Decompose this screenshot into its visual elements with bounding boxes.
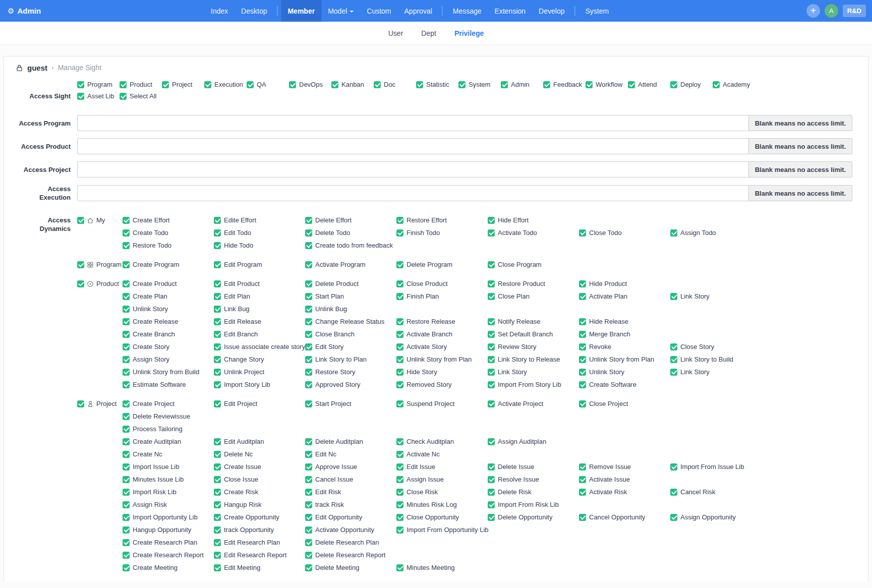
checkbox-checked[interactable] (305, 217, 312, 224)
nav-item-member[interactable]: Member (281, 0, 321, 22)
privilege-option-track-opportunity[interactable]: track Opportunity (214, 526, 305, 534)
checkbox-checked[interactable] (579, 318, 586, 325)
checkbox-checked[interactable] (214, 242, 221, 249)
privilege-option-activate-plan[interactable]: Activate Plan (579, 292, 670, 300)
privilege-option-start-project[interactable]: Start Project (305, 400, 396, 407)
privilege-option-assign-issue[interactable]: Assign Issue (396, 476, 488, 483)
checkbox-checked[interactable] (396, 501, 403, 508)
access-project-input[interactable] (77, 161, 749, 178)
checkbox-checked[interactable] (305, 552, 312, 559)
checkbox-checked[interactable] (396, 261, 403, 268)
checkbox-checked[interactable] (670, 343, 677, 350)
add-button[interactable]: + (806, 4, 820, 18)
privilege-option-close-branch[interactable]: Close Branch (305, 330, 396, 338)
privilege-option-import-story-lib[interactable]: Import Story Lib (214, 381, 305, 388)
checkbox-checked[interactable] (77, 217, 84, 224)
privilege-option-finish-plan[interactable]: Finish Plan (396, 292, 488, 300)
checkbox-checked[interactable] (204, 81, 211, 88)
privilege-option-hide-effort[interactable]: Hide Effort (488, 216, 579, 224)
privilege-option-assign-risk[interactable]: Assign Risk (123, 501, 214, 508)
checkbox-checked[interactable] (458, 81, 466, 88)
checkbox-checked[interactable] (396, 331, 403, 338)
privilege-option-hangup-risk[interactable]: Hangup Risk (214, 501, 305, 508)
checkbox-checked[interactable] (488, 489, 495, 496)
tab-dept[interactable]: Dept (421, 29, 436, 37)
checkbox-checked[interactable] (488, 476, 495, 483)
privilege-option-edit-meeting[interactable]: Edit Meeting (214, 564, 305, 571)
privilege-option-activate-todo[interactable]: Activate Todo (488, 229, 579, 237)
checkbox-checked[interactable] (305, 463, 312, 471)
checkbox-checked[interactable] (488, 400, 495, 407)
privilege-option-create-project[interactable]: Create Project (123, 400, 214, 407)
group-toggle-program[interactable]: Program (77, 258, 123, 271)
checkbox-checked[interactable] (123, 552, 130, 559)
privilege-option-edite-effort[interactable]: Edite Effort (214, 216, 305, 224)
privilege-option-create-auditplan[interactable]: Create Auditplan (123, 438, 214, 445)
checkbox-checked[interactable] (396, 438, 403, 445)
privilege-option-delete-risk[interactable]: Delete Risk (488, 488, 579, 496)
checkbox-checked[interactable] (123, 514, 130, 521)
privilege-option-activate-project[interactable]: Activate Project (488, 400, 579, 407)
checkbox-checked[interactable] (123, 426, 130, 433)
privilege-option-activate-risk[interactable]: Activate Risk (579, 488, 670, 496)
privilege-option-edit-project[interactable]: Edit Project (214, 400, 305, 407)
checkbox-checked[interactable] (214, 343, 221, 350)
checkbox-checked[interactable] (396, 451, 403, 458)
checkbox-checked[interactable] (214, 280, 221, 287)
checkbox-checked[interactable] (214, 261, 221, 268)
privilege-option-estimate-software[interactable]: Estimate Software (123, 381, 214, 388)
admin-brand[interactable]: ⚙ Admin (0, 0, 48, 22)
privilege-option-issue-associate-create-story[interactable]: Issue associate create story (214, 343, 305, 350)
checkbox-checked[interactable] (670, 463, 677, 471)
checkbox-checked[interactable] (77, 93, 84, 100)
privilege-option-edit-todo[interactable]: Edit Todo (214, 229, 305, 237)
checkbox-checked[interactable] (305, 400, 312, 407)
checkbox-checked[interactable] (331, 81, 338, 88)
sight-option-workflow[interactable]: Workflow (586, 81, 628, 88)
privilege-option-activate-nc[interactable]: Activate Nc (396, 450, 488, 458)
checkbox-checked[interactable] (488, 356, 495, 363)
checkbox-checked[interactable] (396, 356, 403, 363)
privilege-option-activate-opportunity[interactable]: Activate Opportunity (305, 526, 396, 534)
checkbox-checked[interactable] (396, 343, 403, 350)
privilege-option-close-risk[interactable]: Close Risk (396, 488, 488, 496)
checkbox-checked[interactable] (670, 356, 677, 363)
checkbox-checked[interactable] (488, 369, 495, 376)
checkbox-checked[interactable] (123, 331, 130, 338)
privilege-option-delete-reviewissue[interactable]: Delete Reviewissue (123, 413, 214, 420)
privilege-option-close-program[interactable]: Close Program (488, 261, 579, 268)
privilege-option-delete-research-plan[interactable]: Delete Research Plan (305, 539, 396, 546)
checkbox-checked[interactable] (396, 280, 403, 287)
tab-privilege[interactable]: Privilege (454, 29, 484, 37)
checkbox-checked[interactable] (123, 501, 130, 508)
checkbox-checked[interactable] (214, 501, 221, 508)
privilege-option-edit-product[interactable]: Edit Product (214, 280, 305, 287)
privilege-option-delete-todo[interactable]: Delete Todo (305, 229, 396, 237)
privilege-option-unlink-story-from-plan[interactable]: Unlink Story from Plan (579, 356, 670, 363)
privilege-option-delete-research-report[interactable]: Delete Research Report (305, 551, 396, 559)
checkbox-checked[interactable] (214, 539, 221, 546)
checkbox-checked[interactable] (123, 306, 130, 313)
checkbox-checked[interactable] (396, 369, 403, 376)
checkbox-checked[interactable] (488, 438, 495, 445)
privilege-option-edit-risk[interactable]: Edit Risk (305, 488, 396, 496)
checkbox-checked[interactable] (214, 552, 221, 559)
nav-item-approval[interactable]: Approval (398, 0, 439, 22)
privilege-option-restore-story[interactable]: Restore Story (305, 368, 396, 376)
privilege-option-close-project[interactable]: Close Project (579, 400, 670, 407)
privilege-option-edit-auditplan[interactable]: Edit Auditplan (214, 438, 305, 445)
privilege-option-unlink-story-from-plan[interactable]: Unlink Story from Plan (396, 356, 488, 363)
checkbox-checked[interactable] (488, 318, 495, 325)
sight-option-project[interactable]: Project (162, 81, 204, 88)
checkbox-checked[interactable] (123, 242, 130, 249)
privilege-option-delete-opportunity[interactable]: Delete Opportunity (488, 513, 579, 521)
checkbox-checked[interactable] (305, 280, 312, 287)
checkbox-checked[interactable] (579, 514, 586, 521)
checkbox-checked[interactable] (305, 489, 312, 496)
privilege-option-edit-plan[interactable]: Edit Plan (214, 292, 305, 300)
privilege-option-import-from-story-lib[interactable]: Import From Story Lib (488, 381, 579, 388)
checkbox-checked[interactable] (396, 293, 403, 300)
checkbox-checked[interactable] (247, 81, 254, 88)
privilege-option-delete-auditplan[interactable]: Delete Auditplan (305, 438, 396, 445)
checkbox-checked[interactable] (123, 356, 130, 363)
